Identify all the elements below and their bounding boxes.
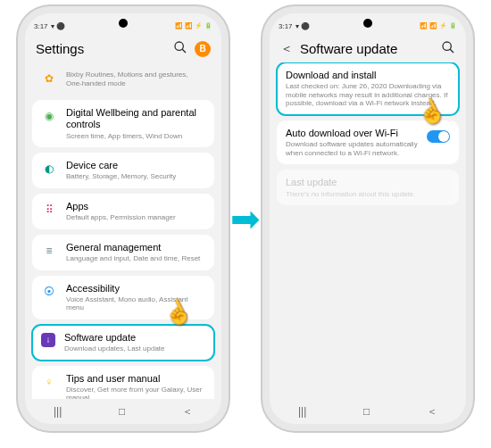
page-title: Settings xyxy=(36,41,166,56)
status-left-icons: ▾ ⚫ xyxy=(51,22,65,30)
item-sub: Discover, Get more from your Galaxy, Use… xyxy=(66,386,205,399)
status-left-icons: ▾ ⚫ xyxy=(295,22,310,30)
item-label: Accessibility xyxy=(66,283,205,295)
nav-bar: ||| □ ＜ xyxy=(25,399,221,424)
update-icon: ↓ xyxy=(41,333,55,347)
settings-item-general[interactable]: ≡ General management Language and input,… xyxy=(32,235,214,270)
item-sub: There's no information about this update… xyxy=(286,190,450,199)
header: Settings B xyxy=(25,35,221,62)
item-sub: Voice Assistant, Mono audio, Assistant m… xyxy=(66,295,205,312)
settings-item-device-care[interactable]: ◐ Device care Battery, Storage, Memory, … xyxy=(32,153,214,188)
phone-right: 3:17 ▾ ⚫ 📶 📶 ⚡ 🔋 ＜ Software update Downl… xyxy=(270,13,466,424)
nav-bar: ||| □ ＜ xyxy=(270,399,466,424)
page-title: Software update xyxy=(300,41,434,56)
wifi-toggle[interactable] xyxy=(427,130,450,143)
update-list: Download and install Last checked on: Ju… xyxy=(270,62,466,399)
item-sub: Download updates, Last update xyxy=(64,344,205,353)
item-label: Apps xyxy=(66,201,205,212)
camera-notch xyxy=(363,19,372,28)
apps-icon: ⠿ xyxy=(41,202,57,218)
header: ＜ Software update xyxy=(270,35,466,62)
search-icon[interactable] xyxy=(441,40,455,57)
nav-back-icon[interactable]: ＜ xyxy=(182,404,193,419)
camera-notch xyxy=(119,19,128,28)
device-care-icon: ◐ xyxy=(41,161,57,177)
phone-left: 3:17 ▾ ⚫ 📶 📶 ⚡ 🔋 Settings B ✿ Bixby Rout… xyxy=(25,13,221,424)
item-sub: Default apps, Permission manager xyxy=(66,213,205,222)
sliders-icon: ≡ xyxy=(41,243,57,259)
download-install-item[interactable]: Download and install Last checked on: Ju… xyxy=(277,62,459,115)
item-label: Device care xyxy=(66,160,205,171)
item-sub: Language and input, Date and time, Reset xyxy=(66,254,205,263)
item-sub: Battery, Storage, Memory, Security xyxy=(66,172,205,181)
status-time: 3:17 xyxy=(34,22,48,30)
item-label: Software update xyxy=(64,332,205,344)
wellbeing-icon: ◉ xyxy=(41,108,57,124)
search-icon[interactable] xyxy=(173,40,187,57)
settings-list: ✿ Bixby Routines, Motions and gestures, … xyxy=(25,62,221,399)
svg-line-1 xyxy=(182,49,186,53)
settings-item-apps[interactable]: ⠿ Apps Default apps, Permission manager xyxy=(32,194,214,229)
lightbulb-icon: ♀ xyxy=(41,374,57,390)
gear-icon: ✿ xyxy=(41,71,57,87)
settings-item-tips[interactable]: ♀ Tips and user manual Discover, Get mor… xyxy=(32,366,214,399)
item-label: Download and install xyxy=(286,70,450,81)
nav-recent-icon[interactable]: ||| xyxy=(54,405,62,418)
last-update-item[interactable]: Last update There's no information about… xyxy=(277,170,459,205)
nav-home-icon[interactable]: □ xyxy=(363,405,370,418)
status-right-icons: 📶 📶 ⚡ 🔋 xyxy=(420,22,457,29)
status-right-icons: 📶 📶 ⚡ 🔋 xyxy=(175,22,212,29)
item-label: Tips and user manual xyxy=(66,373,205,385)
arrow-right-icon: ➡ xyxy=(230,198,261,239)
svg-point-0 xyxy=(175,42,183,50)
settings-item-advanced[interactable]: ✿ Bixby Routines, Motions and gestures, … xyxy=(32,62,214,95)
auto-download-item[interactable]: Auto download over Wi-Fi Download softwa… xyxy=(277,120,459,164)
nav-back-icon[interactable]: ＜ xyxy=(427,404,437,419)
item-label: Auto download over Wi-Fi xyxy=(286,128,418,139)
nav-recent-icon[interactable]: ||| xyxy=(298,405,306,418)
item-label: General management xyxy=(66,242,205,253)
svg-line-3 xyxy=(450,49,454,53)
settings-item-wellbeing[interactable]: ◉ Digital Wellbeing and parental control… xyxy=(32,100,214,147)
avatar[interactable]: B xyxy=(195,41,211,57)
item-label: Digital Wellbeing and parental controls xyxy=(66,107,205,130)
item-label: Bixby Routines, Motions and gestures, On… xyxy=(66,71,205,87)
item-sub: Screen time, App timers, Wind Down xyxy=(66,132,205,141)
nav-home-icon[interactable]: □ xyxy=(119,405,125,418)
back-icon[interactable]: ＜ xyxy=(280,41,293,57)
settings-item-software-update[interactable]: ↓ Software update Download updates, Last… xyxy=(32,325,214,361)
item-sub: Download software updates automatically … xyxy=(286,140,418,157)
accessibility-icon: ⦿ xyxy=(41,284,57,300)
settings-item-accessibility[interactable]: ⦿ Accessibility Voice Assistant, Mono au… xyxy=(32,276,214,319)
status-time: 3:17 xyxy=(279,22,293,30)
svg-point-2 xyxy=(443,42,451,50)
item-sub: Last checked on: June 26, 2020 Downloadi… xyxy=(286,82,450,108)
item-label: Last update xyxy=(286,177,450,188)
